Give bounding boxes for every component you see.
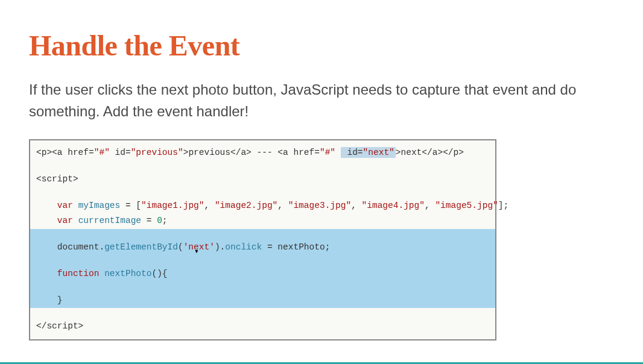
code-blank: [30, 282, 495, 293]
code-blank: [30, 161, 495, 172]
code-blank: [30, 256, 495, 266]
code-blank: [30, 187, 495, 198]
code-line-4: var currentImage = 0;: [30, 213, 495, 229]
code-line-1: <p><a href="#" id="previous">previous</a…: [30, 140, 495, 161]
code-line-6: function nextPhoto(){: [30, 266, 495, 282]
code-line-3: var myImages = ["image1.jpg", "image2.jp…: [30, 198, 495, 214]
highlighted-attr: id="next": [341, 147, 396, 158]
code-line-8: </script>: [30, 319, 495, 339]
slide-description: If the user clicks the next photo button…: [29, 79, 614, 122]
slide-title: Handle the Event: [29, 29, 614, 62]
code-line-5: document.getElementById('next').onclick …: [30, 240, 495, 256]
code-blank: [30, 229, 495, 240]
code-line-7: }: [30, 293, 495, 309]
code-blank: [30, 308, 495, 319]
highlighted-code-block: document.getElementById('next').onclick …: [30, 229, 495, 308]
code-line-2: <script>: [30, 172, 495, 187]
code-block: <p><a href="#" id="previous">previous</a…: [29, 139, 496, 340]
